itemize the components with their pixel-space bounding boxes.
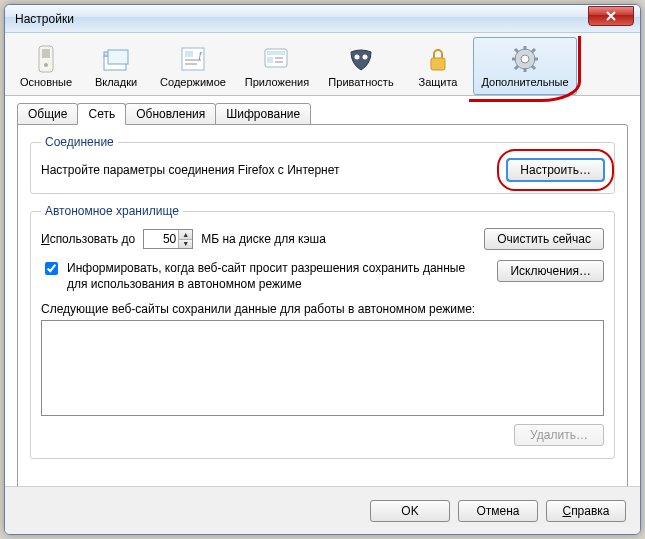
stepper-arrows[interactable]: ▲▼	[178, 230, 192, 248]
svg-point-2	[44, 63, 48, 67]
subtab-updates[interactable]: Обновления	[125, 103, 216, 125]
subtab-general[interactable]: Общие	[17, 103, 78, 125]
mb-suffix-label: МБ на диске для кэша	[201, 232, 326, 246]
help-button[interactable]: Справка	[546, 500, 626, 522]
dialog-footer: OK Отмена Справка	[5, 486, 640, 534]
connection-group: Соединение Настройте параметры соединени…	[30, 135, 615, 194]
svg-rect-5	[108, 50, 128, 64]
subtab-encryption[interactable]: Шифрование	[215, 103, 311, 125]
svg-rect-13	[267, 57, 273, 63]
connection-desc: Настройте параметры соединения Firefox с…	[41, 163, 499, 177]
exceptions-button[interactable]: Исключения…	[497, 260, 604, 282]
close-button[interactable]	[588, 6, 634, 26]
cancel-button[interactable]: Отмена	[458, 500, 538, 522]
mask-icon	[346, 44, 376, 74]
offline-legend: Автономное хранилище	[41, 204, 183, 218]
gear-icon	[510, 44, 540, 74]
subtabs: Общие Сеть Обновления Шифрование	[17, 103, 628, 125]
category-toolbar: Основные Вкладки ƒ Содержимое Приложения…	[5, 33, 640, 96]
window-title: Настройки	[15, 12, 588, 26]
configure-button[interactable]: Настроить…	[507, 159, 604, 181]
titlebar: Настройки	[5, 5, 640, 33]
inform-label: Информировать, когда веб-сайт просит раз…	[67, 260, 481, 292]
tool-security[interactable]: Защита	[403, 37, 473, 95]
svg-line-27	[532, 49, 535, 52]
tool-content[interactable]: ƒ Содержимое	[151, 37, 235, 95]
svg-text:ƒ: ƒ	[198, 50, 203, 60]
content-icon: ƒ	[178, 44, 208, 74]
stored-label: Следующие веб-сайты сохранили данные для…	[41, 302, 604, 316]
network-panel: Соединение Настройте параметры соединени…	[17, 124, 628, 504]
svg-line-26	[532, 66, 535, 69]
svg-line-28	[515, 66, 518, 69]
offline-sites-listbox[interactable]	[41, 320, 604, 416]
apps-icon	[262, 44, 292, 74]
svg-rect-14	[275, 57, 283, 59]
svg-point-20	[521, 55, 529, 63]
lock-icon	[423, 44, 453, 74]
use-up-to-label: Использовать до	[41, 232, 135, 246]
svg-rect-18	[431, 58, 445, 70]
svg-rect-12	[267, 51, 285, 55]
delete-button[interactable]: Удалить…	[514, 424, 604, 446]
tool-privacy[interactable]: Приватность	[319, 37, 403, 95]
close-icon	[606, 11, 616, 21]
subtab-network[interactable]: Сеть	[77, 103, 126, 125]
tool-general[interactable]: Основные	[11, 37, 81, 95]
switch-icon	[31, 44, 61, 74]
tool-tabs[interactable]: Вкладки	[81, 37, 151, 95]
tabs-icon	[101, 44, 131, 74]
connection-legend: Соединение	[41, 135, 118, 149]
svg-rect-15	[275, 61, 283, 63]
svg-point-16	[355, 55, 360, 60]
cache-size-stepper[interactable]: ▲▼	[143, 229, 193, 249]
offline-group: Автономное хранилище Использовать до ▲▼ …	[30, 204, 615, 459]
clear-now-button[interactable]: Очистить сейчас	[484, 228, 604, 250]
tool-advanced[interactable]: Дополнительные	[473, 37, 577, 95]
svg-rect-9	[185, 63, 197, 65]
svg-rect-1	[42, 49, 50, 58]
svg-point-17	[363, 55, 368, 60]
settings-window: Настройки Основные Вкладки ƒ Содержимое …	[4, 4, 641, 535]
svg-line-25	[515, 49, 518, 52]
panel-body: Общие Сеть Обновления Шифрование Соедине…	[5, 96, 640, 514]
ok-button[interactable]: OK	[370, 500, 450, 522]
svg-rect-7	[185, 51, 193, 57]
tool-apps[interactable]: Приложения	[235, 37, 319, 95]
inform-checkbox[interactable]	[45, 262, 58, 275]
